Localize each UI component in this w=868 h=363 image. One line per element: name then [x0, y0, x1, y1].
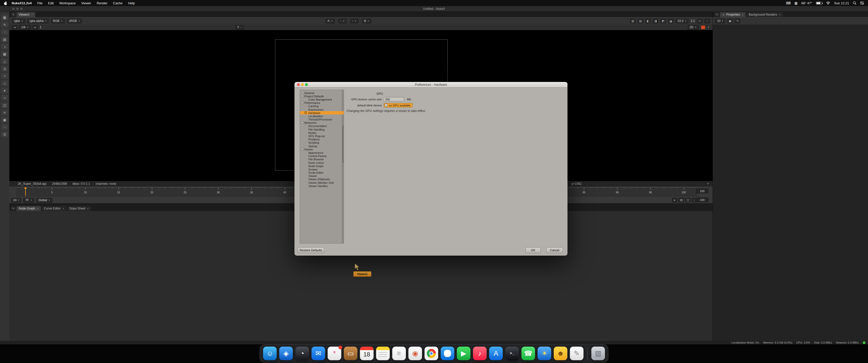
range-lock-icon[interactable]: ◫ [685, 198, 691, 202]
spinner-icon[interactable]: ▲▼ [722, 20, 723, 22]
cliptest-icon[interactable]: ◧ [645, 19, 651, 24]
chrome-dock-icon[interactable] [425, 346, 438, 360]
messages-dock-icon[interactable] [441, 346, 455, 360]
metadata-tools-icon[interactable]: ≡ [1, 110, 8, 115]
menu-clock[interactable]: Sun 12.21 [834, 1, 849, 5]
pref-tree-item-scripting[interactable]: Scripting [300, 141, 344, 144]
pref-tree-item-hardware[interactable]: -Hardware [300, 111, 344, 114]
views-tools-icon[interactable]: ◫ [1, 102, 8, 108]
pref-tree-item-documentation[interactable]: Documentation [300, 125, 344, 128]
dialog-close-button[interactable] [297, 83, 300, 86]
transform-tools-icon[interactable]: + [1, 73, 8, 79]
pref-tree-item-project-defaults[interactable]: -Project Defaults [300, 95, 344, 98]
panel-menu-icon[interactable]: ▾ [11, 206, 16, 210]
deep-tools-icon[interactable]: ≈ [1, 95, 8, 101]
preview-dock-icon[interactable]: ▭ [344, 346, 358, 360]
image-tools-icon[interactable]: ▦ [1, 14, 8, 20]
pref-tree-item-startup[interactable]: Startup [300, 144, 344, 148]
pref-tree-item-viewer-monitor-out[interactable]: Viewer (Monitor Out) [300, 181, 344, 184]
pref-tree-item-panels[interactable]: -Panels [300, 148, 344, 151]
menu-item-render[interactable]: Render [94, 0, 110, 6]
close-icon[interactable]: × [37, 207, 38, 210]
game-dock-icon[interactable]: ☻ [554, 346, 567, 360]
control-center-icon[interactable] [860, 1, 864, 5]
fullscreen-icon[interactable]: ▫ [705, 19, 710, 24]
filter-tools-icon[interactable]: ▩ [1, 51, 8, 57]
calendar-dock-icon[interactable]: 18 [360, 346, 374, 360]
window-grid-icon[interactable]: ▦ [794, 1, 797, 5]
menu-item-help[interactable]: Help [125, 0, 137, 6]
frame-range-mode-select[interactable]: Global▼ [36, 198, 53, 203]
panel-menu-icon[interactable]: ▾ [11, 12, 16, 16]
pref-tree-item-viewer-flipbook[interactable]: Viewer (Flipbook) [300, 178, 344, 181]
pref-tree-item-nodes[interactable]: Nodes [300, 131, 344, 134]
particles-tools-icon[interactable]: ∗ [1, 88, 8, 93]
3d-tools-icon[interactable]: ◇ [1, 80, 8, 86]
tab-background-renders[interactable]: Background Renders× [746, 12, 783, 17]
photo-booth-dock-icon[interactable]: ◉ [408, 346, 422, 360]
temperature-text[interactable]: 66° 47° [801, 1, 812, 5]
keyer-tools-icon[interactable]: △ [1, 59, 8, 64]
max-nodes-field[interactable]: 10 ▲▼ [715, 19, 725, 24]
pref-tree-item-localization[interactable]: Localization [300, 114, 344, 118]
channel-select[interactable]: rgba.alpha▼ [27, 19, 49, 24]
pref-tree-item-node-colors[interactable]: Node Colors [300, 161, 344, 164]
menu-item-workspace[interactable]: Workspace [57, 0, 79, 6]
wifi-icon[interactable] [826, 1, 830, 5]
menu-item-cache[interactable]: Cache [110, 0, 125, 6]
tree-collapse-icon[interactable]: - [301, 122, 303, 124]
keyboard-icon[interactable]: ⌨ [786, 1, 791, 5]
tab-properties[interactable]: ⊙Properties× [720, 12, 746, 17]
buffer-a-select[interactable]: A▼ [326, 19, 335, 24]
safari-dock-icon[interactable]: ◈ [279, 346, 293, 360]
textedit-dock-icon[interactable]: ✎ [570, 346, 584, 360]
menu-item-nukex11-2v4[interactable]: NukeX11.2v4 [9, 0, 35, 6]
dialog-minimize-button[interactable] [301, 83, 304, 86]
layer-select[interactable]: rgba▼ [12, 19, 25, 24]
photos-dock-icon[interactable]: * [328, 346, 341, 360]
apple-menu-icon[interactable] [4, 1, 7, 5]
pause-update-icon[interactable]: ◪ [668, 19, 674, 24]
facetime-dock-icon[interactable]: ▶ [457, 346, 471, 360]
timeline-playhead[interactable] [25, 188, 26, 196]
scripts-tools-icon[interactable]: ☰ [1, 132, 8, 137]
menu-item-file[interactable]: File [35, 0, 45, 6]
mail-dock-icon[interactable]: ✉ [312, 346, 325, 360]
pref-tree-item-behaviors[interactable]: -Behaviors [300, 121, 344, 125]
tree-collapse-icon[interactable]: - [301, 102, 303, 104]
gamma-icon[interactable]: ▨ [638, 19, 643, 24]
tree-collapse-icon[interactable]: - [305, 111, 307, 114]
restore-defaults-button[interactable]: Restore Defaults [298, 247, 324, 253]
pref-tree-item-threads-processes[interactable]: Threads/Processes [300, 118, 344, 121]
close-icon[interactable]: × [87, 207, 89, 210]
pref-tree-item-scopes[interactable]: Scopes [300, 168, 344, 171]
ok-button[interactable]: OK [526, 247, 541, 253]
pin-icon[interactable]: ⊙ [722, 13, 724, 16]
channel-tools-icon[interactable]: ▤ [1, 37, 8, 42]
spinner-icon[interactable]: ▲▼ [18, 199, 19, 201]
thumbnails-icon[interactable]: ▤ [679, 198, 684, 202]
pref-tree-item-expressions[interactable]: Expressions [300, 108, 344, 111]
gain-icon[interactable]: ▧ [630, 19, 636, 24]
fit-viewer-icon[interactable]: ▭ [697, 19, 703, 24]
notes-dock-icon[interactable] [376, 346, 390, 360]
tab-viewer1[interactable]: Viewer1 × [17, 12, 35, 17]
tree-collapse-icon[interactable]: - [301, 95, 303, 97]
pref-tree-item-node-graph[interactable]: Node Graph [300, 164, 344, 168]
merge-tools-icon[interactable]: ◎ [1, 66, 8, 71]
tree-collapse-icon[interactable]: - [301, 148, 303, 150]
viewer-colorspace-select[interactable]: sRGB▼ [67, 19, 82, 24]
playback-last-frame-field[interactable]: 100 [696, 197, 709, 202]
cancel-button[interactable]: Cancel [546, 247, 563, 253]
close-icon[interactable]: × [779, 13, 780, 16]
global-last-frame-field[interactable]: 100 [696, 189, 709, 193]
fps-field[interactable]: 24 ▲▼ [11, 198, 21, 203]
fps-mode-select[interactable]: TF▼ [23, 198, 34, 203]
chevron-down-icon[interactable]: ▼ [707, 183, 709, 185]
pref-tree-item-ofx-plug-ins[interactable]: OFX Plug-ins [300, 134, 344, 138]
menu-item-viewer[interactable]: Viewer [79, 0, 94, 6]
roi-toggle-icon[interactable]: ◨ [653, 19, 658, 24]
spotlight-search-icon[interactable] [853, 1, 857, 5]
pref-tree-item-script-editor[interactable]: Script Editor [300, 171, 344, 174]
time-tools-icon[interactable]: ◔ [1, 29, 8, 35]
